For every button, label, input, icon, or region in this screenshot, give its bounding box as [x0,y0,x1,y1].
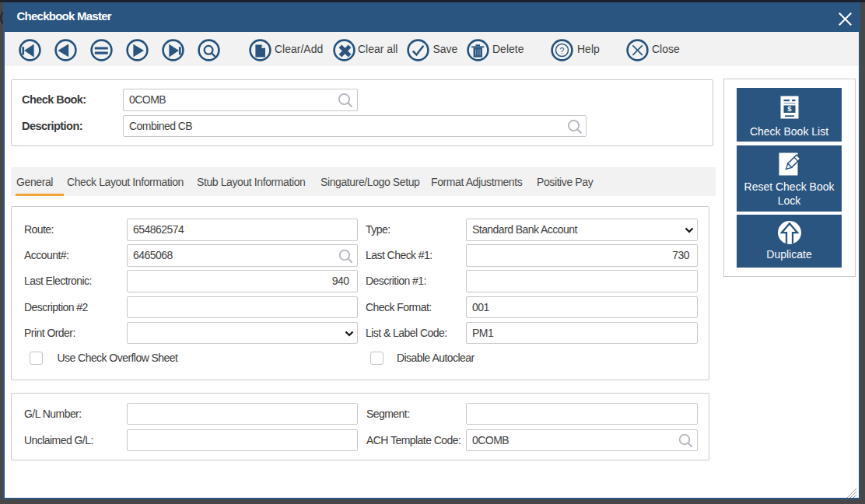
svg-text:$: $ [787,104,792,113]
svg-text:?: ? [559,45,564,54]
